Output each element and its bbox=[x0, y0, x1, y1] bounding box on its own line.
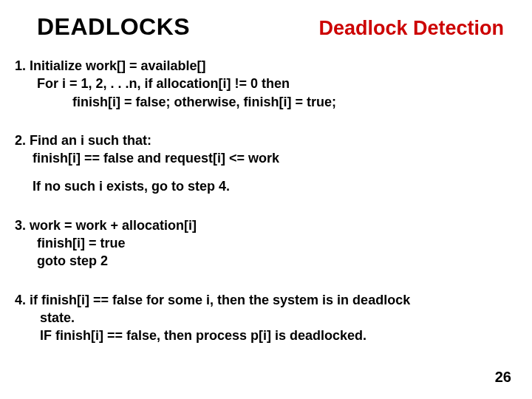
step-3-line-3: goto step 2 bbox=[15, 252, 511, 270]
step-2-line-1: 2. Find an i such that: bbox=[15, 132, 511, 149]
step-2-line-3: If no such i exists, go to step 4. bbox=[15, 177, 511, 195]
title-right: Deadlock Detection bbox=[318, 17, 504, 40]
step-4: 4. if finish[i] == false for some i, the… bbox=[15, 291, 511, 345]
step-1-line-2: For i = 1, 2, . . .n, if allocation[i] !… bbox=[15, 75, 511, 92]
step-2: 2. Find an i such that: finish[i] == fal… bbox=[15, 132, 511, 168]
title-left: DEADLOCKS bbox=[37, 13, 190, 41]
step-1-line-3: finish[i] = false; otherwise, finish[i] … bbox=[15, 93, 511, 111]
step-3: 3. work = work + allocation[i] finish[i]… bbox=[15, 216, 511, 270]
step-4-line-3: IF finish[i] == false, then process p[i]… bbox=[15, 327, 511, 344]
step-1: 1. Initialize work[] = available[] For i… bbox=[15, 57, 511, 111]
page-number: 26 bbox=[495, 369, 511, 386]
slide-content: 1. Initialize work[] = available[] For i… bbox=[15, 57, 511, 345]
slide-header: DEADLOCKS Deadlock Detection bbox=[15, 13, 511, 41]
step-3-line-1: 3. work = work + allocation[i] bbox=[15, 216, 511, 234]
step-2-line-2: finish[i] == false and request[i] <= wor… bbox=[15, 149, 511, 167]
step-4-line-1: 4. if finish[i] == false for some i, the… bbox=[15, 291, 511, 309]
step-2-note: If no such i exists, go to step 4. bbox=[15, 177, 511, 195]
step-3-line-2: finish[i] = true bbox=[15, 234, 511, 252]
step-1-line-1: 1. Initialize work[] = available[] bbox=[15, 57, 511, 75]
step-4-line-2: state. bbox=[15, 309, 511, 327]
